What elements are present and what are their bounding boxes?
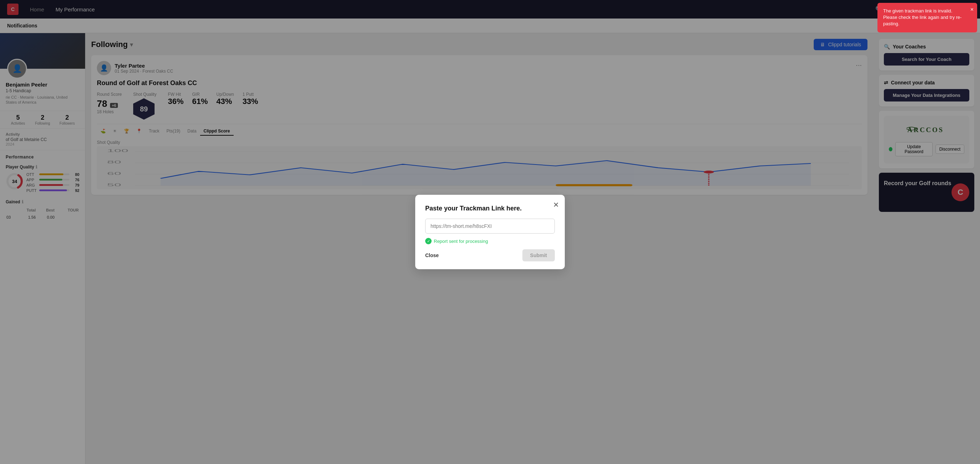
modal-footer: Close Submit [425, 249, 555, 261]
modal-overlay: ✕ Paste your Trackman Link here. ✓ Repor… [0, 0, 980, 464]
modal-close-x-button[interactable]: ✕ [553, 200, 559, 209]
trackman-link-input[interactable] [425, 219, 555, 234]
trackman-modal: ✕ Paste your Trackman Link here. ✓ Repor… [415, 195, 565, 269]
success-check-icon: ✓ [425, 238, 431, 244]
modal-close-button[interactable]: Close [425, 249, 439, 261]
toast-close-button[interactable]: × [970, 6, 974, 13]
modal-submit-button[interactable]: Submit [522, 249, 555, 261]
error-toast: The given trackman link is invalid. Plea… [877, 3, 977, 32]
modal-success-message: ✓ Report sent for processing [425, 238, 555, 244]
modal-title: Paste your Trackman Link here. [425, 205, 555, 212]
